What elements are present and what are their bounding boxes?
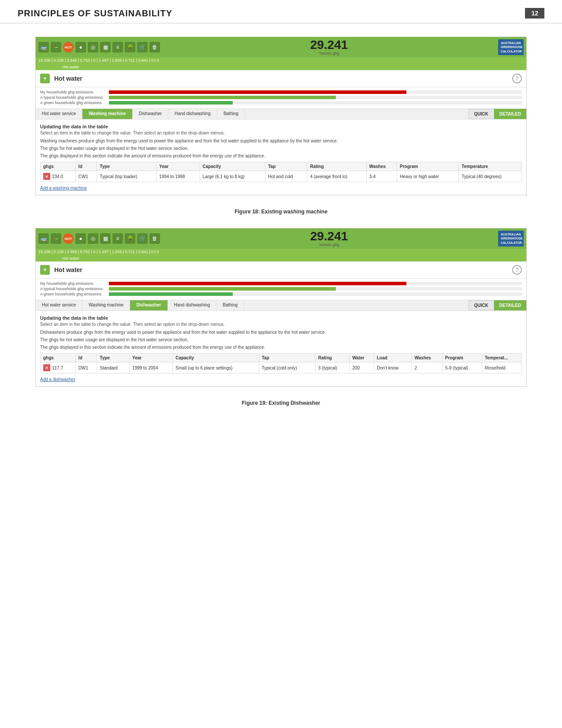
chart-bar-green-wrap-18 [109, 101, 522, 105]
th-rating-18: Rating [307, 162, 366, 171]
tab-hot-water-service-19[interactable]: Hot water service [36, 300, 82, 310]
td-tap-18[interactable]: Hot and cold [265, 171, 307, 182]
td-ghgs-19: 117.7 [52, 366, 63, 370]
th-ghgs-19: ghgs [41, 354, 76, 362]
td-tap-19[interactable]: Typical (cold only) [259, 362, 315, 373]
hot-icon-19[interactable]: HOT [63, 233, 74, 244]
figure19-caption: Figure 19: Existing Dishwasher [18, 400, 544, 406]
tree-icon[interactable]: 🌳 [125, 42, 135, 52]
th-type-18: Type [97, 162, 156, 171]
btn-quick-19[interactable]: QUICK [469, 300, 494, 310]
circle-icon-19[interactable]: ● [75, 233, 86, 244]
grid-icon-19[interactable]: ▦ [100, 233, 111, 244]
tab-bathing-18[interactable]: Bathing [217, 109, 245, 119]
app-toolbar-19: 🚌 → HOT ● ◎ ▦ ≡ 🌳 🛒 🗑 29.241 Tonnes ghg … [36, 228, 526, 249]
td-type-18[interactable]: Typical (top loader) [97, 171, 156, 182]
toolbar-numbers-19: 15.106 | 0.106 | 3.558 | 5.752 | 0 | 1.4… [38, 250, 159, 254]
chart-bar-green-wrap-19 [109, 292, 522, 296]
td-program-19[interactable]: 5-9 (typical) [442, 362, 482, 373]
th-tap-18: Tap [265, 162, 307, 171]
td-washes-18[interactable]: 3-4 [366, 171, 397, 182]
cart-icon[interactable]: 🛒 [137, 42, 148, 52]
td-temp-19[interactable]: Rinse/hold [482, 362, 521, 373]
td-rating-18[interactable]: 4 (average front lo) [307, 171, 366, 182]
td-washes-19[interactable]: 2 [412, 362, 442, 373]
cart-icon-19[interactable]: 🛒 [137, 233, 148, 244]
app-toolbar-18: 🚌 → HOT ● ◎ ▦ ≡ 🌳 🛒 🗑 29.241 Tonnes ghg … [36, 37, 526, 57]
chart-label-typical-19: A typical households ghg emissions [40, 287, 106, 291]
trash-icon-19[interactable]: 🗑 [149, 233, 160, 244]
content-title-19: Updating the data in the table [40, 315, 522, 321]
chart-bar-my-wrap-18 [109, 90, 522, 94]
bus-icon[interactable]: 🚌 [38, 42, 49, 52]
figure18-app: 🚌 → HOT ● ◎ ▦ ≡ 🌳 🛒 🗑 29.241 Tonnes ghg … [35, 37, 527, 195]
td-remove-18[interactable]: × 234.0 [41, 171, 76, 182]
table-row-19: × 117.7 DW1 Standard 1999 to 2004 Small … [41, 362, 522, 373]
circle-icon[interactable]: ● [75, 42, 86, 52]
chart-bar-typical-18 [109, 96, 336, 99]
help-icon-19[interactable]: ? [512, 265, 522, 275]
emission-display-18: 29.241 Tonnes ghg [162, 39, 496, 56]
tab-dishwasher-18[interactable]: Dishwasher [133, 109, 168, 119]
chart-area-19: My households ghg emissions A typical ho… [36, 279, 526, 300]
trash-icon[interactable]: 🗑 [149, 42, 160, 52]
section-plus-18[interactable]: + [40, 74, 50, 83]
target-icon-19[interactable]: ◎ [88, 233, 98, 244]
bar-icon[interactable]: ≡ [112, 42, 123, 52]
bus-icon-19[interactable]: 🚌 [38, 233, 49, 244]
section-plus-19[interactable]: + [40, 265, 50, 275]
btn-detailed-19[interactable]: DETAILED [494, 300, 526, 310]
td-capacity-18[interactable]: Large (6.1 kg to 8 kg) [200, 171, 265, 182]
td-water-19[interactable]: 200 [350, 362, 374, 373]
td-id-19[interactable]: DW1 [75, 362, 97, 373]
td-load-19[interactable]: Don't know [374, 362, 412, 373]
td-year-18[interactable]: 1994 to 1998 [156, 171, 200, 182]
chart-row-typical-19: A typical households ghg emissions [40, 287, 522, 291]
figure18-container: 🚌 → HOT ● ◎ ▦ ≡ 🌳 🛒 🗑 29.241 Tonnes ghg … [18, 37, 544, 215]
aus-logo-19: AUSTRALIAN GREENHOUSE CALCULATOR [498, 231, 524, 246]
td-remove-19[interactable]: × 117.7 [41, 362, 76, 373]
th-program-18: Program [397, 162, 459, 171]
hw-label-row-19: Hot water [36, 255, 526, 261]
hw-label-19: Hot water [62, 256, 79, 261]
th-tap-19: Tap [259, 354, 315, 362]
remove-button-18[interactable]: × [43, 173, 50, 180]
figure19-app: 🚌 → HOT ● ◎ ▦ ≡ 🌳 🛒 🗑 29.241 Tonnes ghg … [35, 228, 527, 387]
section-title-18: Hot water [54, 75, 82, 82]
tab-hot-water-service-18[interactable]: Hot water service [36, 109, 82, 119]
chart-row-my-18: My households ghg emissions [40, 90, 522, 94]
td-rating-19[interactable]: 3 (typical) [315, 362, 350, 373]
td-id-18[interactable]: CW1 [75, 171, 97, 182]
hot-icon[interactable]: HOT [63, 42, 74, 52]
add-dishwasher-link-19[interactable]: Add a dishwasher [40, 377, 75, 382]
bar-icon-19[interactable]: ≡ [112, 233, 123, 244]
btn-detailed-18[interactable]: DETAILED [494, 109, 526, 119]
th-washes-18: Washes [366, 162, 397, 171]
add-washing-machine-link-18[interactable]: Add a washing machine [40, 186, 87, 190]
td-year-19[interactable]: 1999 to 2004 [130, 362, 173, 373]
tab-washing-machine-18[interactable]: Washing machine [82, 109, 133, 119]
tab-dishwasher-19[interactable]: Dishwasher [130, 300, 167, 310]
figure19-container: 🚌 → HOT ● ◎ ▦ ≡ 🌳 🛒 🗑 29.241 Tonnes ghg … [18, 228, 544, 406]
content-desc3-18: The ghgs displayed in this section indic… [40, 153, 522, 159]
tab-hand-dishwashing-19[interactable]: Hand dishwashing [168, 300, 217, 310]
btn-quick-18[interactable]: QUICK [469, 109, 494, 119]
remove-button-19[interactable]: × [43, 364, 50, 371]
tab-bathing-19[interactable]: Bathing [216, 300, 244, 310]
tab-washing-machine-19[interactable]: Washing machine [82, 300, 130, 310]
content-area-18: Updating the data in the table Select an… [36, 119, 526, 195]
target-icon[interactable]: ◎ [88, 42, 98, 52]
th-rating-19: Rating [315, 354, 350, 362]
arrow-icon[interactable]: → [51, 42, 61, 52]
section-header-19: + Hot water ? [36, 261, 526, 279]
td-type-19[interactable]: Standard [97, 362, 130, 373]
grid-icon[interactable]: ▦ [100, 42, 111, 52]
arrow-icon-19[interactable]: → [51, 233, 61, 244]
td-temp-18[interactable]: Typical (40 degrees) [459, 171, 522, 182]
tab-hand-dishwashing-18[interactable]: Hand dishwashing [168, 109, 217, 119]
td-capacity-19[interactable]: Small (up to 6 place settings) [173, 362, 259, 373]
th-load-19: Load [374, 354, 412, 362]
tree-icon-19[interactable]: 🌳 [125, 233, 135, 244]
td-program-18[interactable]: Heavy or high water [397, 171, 459, 182]
help-icon-18[interactable]: ? [512, 74, 522, 83]
